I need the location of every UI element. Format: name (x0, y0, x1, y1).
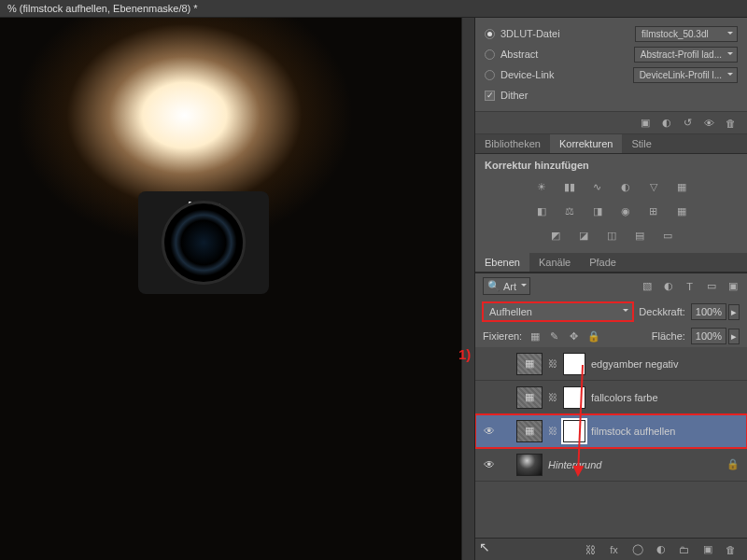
layer-filter-row: 🔍 Art ▧ ◐ T ▭ ▣ (475, 273, 747, 299)
lock-paint-icon[interactable]: ✎ (547, 329, 561, 343)
dropdown-devicelink[interactable]: DeviceLink-Profil l... (633, 67, 738, 83)
checkbox-dither[interactable] (485, 91, 495, 101)
mask-thumb[interactable] (563, 353, 585, 375)
adjustment-thumb[interactable]: ▦ (516, 353, 543, 375)
mixer-icon[interactable]: ⊞ (645, 203, 662, 219)
lock-row: Fixieren: ▦ ✎ ✥ 🔒 Fläche: 100% ▸ (475, 325, 747, 347)
adjustments-title: Korrektur hinzufügen (485, 160, 738, 171)
tab-channels[interactable]: Kanäle (529, 253, 580, 272)
opacity-label: Deckkraft: (639, 306, 685, 317)
vertical-scrollbar[interactable] (461, 18, 474, 560)
mask-thumb[interactable] (563, 386, 585, 409)
prev-state-icon[interactable]: ◐ (659, 116, 673, 130)
filter-type-icon[interactable]: T (683, 279, 697, 293)
tab-styles[interactable]: Stile (622, 134, 660, 153)
layer-name[interactable]: edgyamber negativ (591, 358, 740, 370)
filter-smart-icon[interactable]: ▣ (726, 279, 740, 293)
new-layer-icon[interactable]: ▣ (700, 542, 714, 556)
lock-position-icon[interactable]: ✥ (567, 329, 581, 343)
opacity-flyout[interactable]: ▸ (728, 304, 740, 320)
gradient-map-icon[interactable]: ▭ (659, 227, 676, 244)
adjustments-tabs: Bibliotheken Korrekturen Stile (475, 134, 747, 154)
balance-icon[interactable]: ⚖ (561, 203, 578, 219)
canvas-area[interactable]: Nikon (0, 18, 461, 560)
group-icon[interactable]: 🗀 (677, 542, 691, 556)
label-3dlut: 3DLUT-Datei (500, 28, 629, 39)
reset-icon[interactable]: ↺ (681, 116, 695, 130)
adjustments-panel: Korrektur hinzufügen ☀ ▮▮ ∿ ◐ ▽ ▦ ◧ ⚖ ◨ … (475, 154, 747, 253)
exposure-icon[interactable]: ◐ (617, 178, 634, 195)
filter-type-label: Art (503, 281, 516, 292)
layer-row[interactable]: ▦ ⛓ edgyamber negativ (475, 347, 747, 381)
layer-name[interactable]: filmstock aufhellen (591, 426, 740, 437)
filter-pixel-icon[interactable]: ▧ (640, 279, 654, 293)
document-title: % (filmstock aufhellen, Ebenenmaske/8) * (0, 0, 747, 18)
dropdown-3dlut[interactable]: filmstock_50.3dl (635, 26, 738, 42)
lock-all-icon[interactable]: 🔒 (586, 329, 600, 343)
label-devicelink: Device-Link (500, 69, 627, 80)
fill-value[interactable]: 100% (691, 328, 726, 344)
bw-icon[interactable]: ◨ (589, 203, 606, 219)
layer-row[interactable]: ▦ ⛓ fallcolors farbe (475, 381, 747, 414)
tab-paths[interactable]: Pfade (580, 253, 626, 272)
blend-mode-dropdown[interactable]: Aufhellen (483, 302, 633, 321)
label-dither: Dither (500, 90, 528, 101)
adjustment-icon[interactable]: ◐ (654, 542, 668, 556)
link-layers-icon[interactable]: ⛓ (584, 542, 598, 556)
opacity-value[interactable]: 100% (691, 303, 726, 320)
layer-name[interactable]: fallcolors farbe (591, 392, 740, 403)
filter-adjust-icon[interactable]: ◐ (661, 279, 675, 293)
trash-icon[interactable]: 🗑 (724, 116, 738, 130)
clip-icon[interactable]: ▣ (638, 116, 652, 130)
lock-transparency-icon[interactable]: ▦ (528, 329, 542, 343)
tab-adjustments[interactable]: Korrekturen (550, 134, 622, 153)
mask-thumb[interactable] (563, 420, 585, 442)
layers-list: ▦ ⛓ edgyamber negativ ▦ ⛓ fallcolors far… (475, 347, 747, 538)
threshold-icon[interactable]: ◫ (603, 227, 620, 244)
visibility-icon[interactable]: 👁 (702, 116, 716, 130)
adjustment-thumb[interactable]: ▦ (516, 420, 543, 442)
fill-label: Fläche: (652, 330, 685, 342)
dropdown-abstract[interactable]: Abstract-Profil lad... (634, 47, 738, 63)
lut-icon[interactable]: ▦ (673, 203, 690, 219)
radio-devicelink[interactable] (485, 70, 495, 80)
layer-row-selected[interactable]: 👁 ▦ ⛓ filmstock aufhellen (475, 414, 747, 448)
properties-panel: 3DLUT-Datei filmstock_50.3dl Abstract Ab… (475, 18, 747, 111)
levels-icon[interactable]: ▮▮ (561, 178, 578, 195)
adjustment-thumb[interactable]: ▦ (516, 386, 543, 409)
posterize-icon[interactable]: ◪ (575, 227, 592, 244)
tab-libraries[interactable]: Bibliotheken (475, 134, 550, 153)
visibility-toggle[interactable]: 👁 (483, 458, 496, 471)
layer-row-background[interactable]: 👁 Hintergrund 🔒 (475, 448, 747, 482)
fill-flyout[interactable]: ▸ (728, 329, 740, 344)
layers-footer: ⛓ fx ◯ ◐ 🗀 ▣ 🗑 (475, 538, 747, 560)
visibility-toggle[interactable]: 👁 (483, 425, 496, 438)
layers-tabs: Ebenen Kanäle Pfade (475, 253, 747, 273)
invert-icon[interactable]: ◩ (547, 227, 564, 244)
lock-label: Fixieren: (483, 330, 522, 342)
selective-icon[interactable]: ▤ (631, 227, 648, 244)
search-icon: 🔍 (487, 280, 500, 292)
brightness-icon[interactable]: ☀ (533, 178, 550, 195)
filter-type-dropdown[interactable]: 🔍 Art (483, 277, 530, 295)
layer-thumb[interactable] (516, 454, 543, 476)
cursor-icon: ↖ (479, 539, 490, 554)
layer-name[interactable]: Hintergrund (548, 459, 721, 470)
radio-3dlut[interactable] (485, 29, 495, 39)
photo-filter-icon[interactable]: ◉ (617, 203, 634, 219)
lock-icon: 🔒 (726, 458, 740, 470)
hue-icon[interactable]: ◧ (533, 203, 550, 219)
delete-icon[interactable]: 🗑 (724, 542, 738, 556)
grid-icon[interactable]: ▦ (673, 178, 690, 195)
mask-icon[interactable]: ◯ (630, 542, 644, 556)
filter-shape-icon[interactable]: ▭ (704, 279, 718, 293)
link-icon: ⛓ (548, 392, 557, 402)
vibrance-icon[interactable]: ▽ (645, 178, 662, 195)
curves-icon[interactable]: ∿ (589, 178, 606, 195)
camera-body: Nikon (138, 191, 269, 294)
blend-mode-row: Aufhellen Deckkraft: 100% ▸ (475, 299, 747, 325)
link-icon: ⛓ (548, 358, 557, 369)
radio-abstract[interactable] (485, 49, 495, 60)
fx-icon[interactable]: fx (607, 542, 621, 556)
tab-layers[interactable]: Ebenen (475, 253, 529, 272)
